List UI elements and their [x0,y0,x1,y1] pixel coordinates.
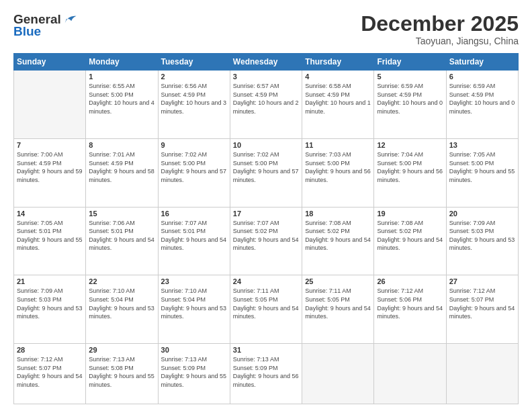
calendar-day-header: Monday [86,54,158,71]
day-number: 7 [17,141,83,149]
calendar-day-header: Thursday [302,54,374,71]
day-number: 9 [161,141,227,149]
day-info: Sunrise: 6:58 AMSunset: 4:59 PMDaylight:… [305,82,371,116]
day-number: 21 [17,277,83,285]
day-info: Sunrise: 6:59 AMSunset: 4:59 PMDaylight:… [377,82,443,116]
day-number: 27 [449,277,515,285]
calendar-cell: 5Sunrise: 6:59 AMSunset: 4:59 PMDaylight… [374,71,446,139]
header: General Blue December 2025 Taoyuan, Jian… [13,12,519,46]
day-info: Sunrise: 7:02 AMSunset: 5:00 PMDaylight:… [161,150,227,184]
calendar-cell: 30Sunrise: 7:13 AMSunset: 5:09 PMDayligh… [158,344,230,404]
day-info: Sunrise: 7:10 AMSunset: 5:04 PMDaylight:… [89,287,154,320]
calendar-cell: 12Sunrise: 7:04 AMSunset: 5:00 PMDayligh… [374,138,446,207]
calendar-cell: 6Sunrise: 6:59 AMSunset: 4:59 PMDaylight… [446,71,518,139]
day-number: 12 [377,141,443,149]
day-number: 13 [449,141,515,149]
calendar-cell: 25Sunrise: 7:11 AMSunset: 5:05 PMDayligh… [302,275,374,344]
calendar-week-row: 14Sunrise: 7:05 AMSunset: 5:01 PMDayligh… [14,207,519,275]
day-info: Sunrise: 7:09 AMSunset: 5:03 PMDaylight:… [17,287,83,320]
day-number: 30 [161,346,227,354]
day-info: Sunrise: 7:06 AMSunset: 5:01 PMDaylight:… [89,219,154,253]
day-info: Sunrise: 7:13 AMSunset: 5:09 PMDaylight:… [161,355,227,389]
day-info: Sunrise: 6:56 AMSunset: 4:59 PMDaylight:… [161,82,227,116]
day-info: Sunrise: 6:55 AMSunset: 5:00 PMDaylight:… [89,82,154,116]
day-info: Sunrise: 7:07 AMSunset: 5:02 PMDaylight:… [233,219,299,253]
calendar-week-row: 1Sunrise: 6:55 AMSunset: 5:00 PMDaylight… [14,71,519,139]
calendar-cell: 18Sunrise: 7:08 AMSunset: 5:02 PMDayligh… [302,207,374,275]
day-number: 28 [17,346,83,354]
day-info: Sunrise: 7:08 AMSunset: 5:02 PMDaylight:… [305,219,371,253]
day-info: Sunrise: 7:12 AMSunset: 5:06 PMDaylight:… [377,287,443,320]
calendar-week-row: 21Sunrise: 7:09 AMSunset: 5:03 PMDayligh… [14,275,519,344]
day-info: Sunrise: 6:57 AMSunset: 4:59 PMDaylight:… [233,82,299,116]
calendar-cell [14,71,86,139]
calendar-cell: 9Sunrise: 7:02 AMSunset: 5:00 PMDaylight… [158,138,230,207]
calendar-cell: 21Sunrise: 7:09 AMSunset: 5:03 PMDayligh… [14,275,86,344]
calendar-cell [374,344,446,404]
day-number: 2 [161,73,227,81]
day-info: Sunrise: 7:12 AMSunset: 5:07 PMDaylight:… [17,355,83,389]
day-info: Sunrise: 7:10 AMSunset: 5:04 PMDaylight:… [161,287,227,320]
location: Taoyuan, Jiangsu, China [361,36,519,46]
day-number: 29 [89,346,154,354]
day-number: 5 [377,73,443,81]
calendar-cell [446,344,518,404]
day-number: 11 [305,141,371,149]
calendar-cell: 7Sunrise: 7:00 AMSunset: 4:59 PMDaylight… [14,138,86,207]
calendar-cell: 16Sunrise: 7:07 AMSunset: 5:01 PMDayligh… [158,207,230,275]
day-info: Sunrise: 7:11 AMSunset: 5:05 PMDaylight:… [305,287,371,320]
day-info: Sunrise: 7:00 AMSunset: 4:59 PMDaylight:… [17,150,83,184]
day-number: 18 [305,210,371,218]
calendar-cell [302,344,374,404]
day-number: 31 [233,346,299,354]
calendar-cell: 11Sunrise: 7:03 AMSunset: 5:00 PMDayligh… [302,138,374,207]
day-number: 6 [449,73,515,81]
calendar-cell: 1Sunrise: 6:55 AMSunset: 5:00 PMDaylight… [86,71,158,139]
day-number: 20 [449,210,515,218]
calendar-cell: 4Sunrise: 6:58 AMSunset: 4:59 PMDaylight… [302,71,374,139]
day-number: 17 [233,210,299,218]
day-number: 22 [89,277,154,285]
calendar-day-header: Sunday [14,54,86,71]
day-number: 10 [233,141,299,149]
calendar-week-row: 28Sunrise: 7:12 AMSunset: 5:07 PMDayligh… [14,344,519,404]
day-info: Sunrise: 7:13 AMSunset: 5:08 PMDaylight:… [89,355,154,389]
logo-bird-icon [62,12,77,27]
calendar-header-row: SundayMondayTuesdayWednesdayThursdayFrid… [14,54,519,71]
day-info: Sunrise: 7:12 AMSunset: 5:07 PMDaylight:… [449,287,515,320]
month-title: December 2025 [361,12,519,36]
day-info: Sunrise: 7:07 AMSunset: 5:01 PMDaylight:… [161,219,227,253]
calendar-day-header: Wednesday [230,54,302,71]
day-info: Sunrise: 7:09 AMSunset: 5:03 PMDaylight:… [449,219,515,253]
calendar-cell: 29Sunrise: 7:13 AMSunset: 5:08 PMDayligh… [86,344,158,404]
day-number: 14 [17,210,83,218]
calendar-cell: 27Sunrise: 7:12 AMSunset: 5:07 PMDayligh… [446,275,518,344]
day-info: Sunrise: 7:03 AMSunset: 5:00 PMDaylight:… [305,150,371,184]
day-number: 19 [377,210,443,218]
calendar-cell: 23Sunrise: 7:10 AMSunset: 5:04 PMDayligh… [158,275,230,344]
day-number: 24 [233,277,299,285]
day-info: Sunrise: 7:13 AMSunset: 5:09 PMDaylight:… [233,355,299,389]
day-number: 16 [161,210,227,218]
calendar-cell: 28Sunrise: 7:12 AMSunset: 5:07 PMDayligh… [14,344,86,404]
calendar-day-header: Friday [374,54,446,71]
calendar-day-header: Tuesday [158,54,230,71]
day-info: Sunrise: 7:08 AMSunset: 5:02 PMDaylight:… [377,219,443,253]
logo: General Blue [13,12,77,39]
calendar-table: SundayMondayTuesdayWednesdayThursdayFrid… [13,53,519,404]
calendar-cell: 2Sunrise: 6:56 AMSunset: 4:59 PMDaylight… [158,71,230,139]
calendar-cell: 15Sunrise: 7:06 AMSunset: 5:01 PMDayligh… [86,207,158,275]
day-info: Sunrise: 7:01 AMSunset: 4:59 PMDaylight:… [89,150,154,184]
calendar-cell: 17Sunrise: 7:07 AMSunset: 5:02 PMDayligh… [230,207,302,275]
calendar-cell: 14Sunrise: 7:05 AMSunset: 5:01 PMDayligh… [14,207,86,275]
page: General Blue December 2025 Taoyuan, Jian… [0,0,532,411]
calendar-cell: 10Sunrise: 7:02 AMSunset: 5:00 PMDayligh… [230,138,302,207]
calendar-cell: 3Sunrise: 6:57 AMSunset: 4:59 PMDaylight… [230,71,302,139]
day-number: 3 [233,73,299,81]
day-info: Sunrise: 7:02 AMSunset: 5:00 PMDaylight:… [233,150,299,184]
title-block: December 2025 Taoyuan, Jiangsu, China [361,12,519,46]
day-number: 15 [89,210,154,218]
calendar-cell: 24Sunrise: 7:11 AMSunset: 5:05 PMDayligh… [230,275,302,344]
day-info: Sunrise: 6:59 AMSunset: 4:59 PMDaylight:… [449,82,515,116]
calendar-cell: 19Sunrise: 7:08 AMSunset: 5:02 PMDayligh… [374,207,446,275]
